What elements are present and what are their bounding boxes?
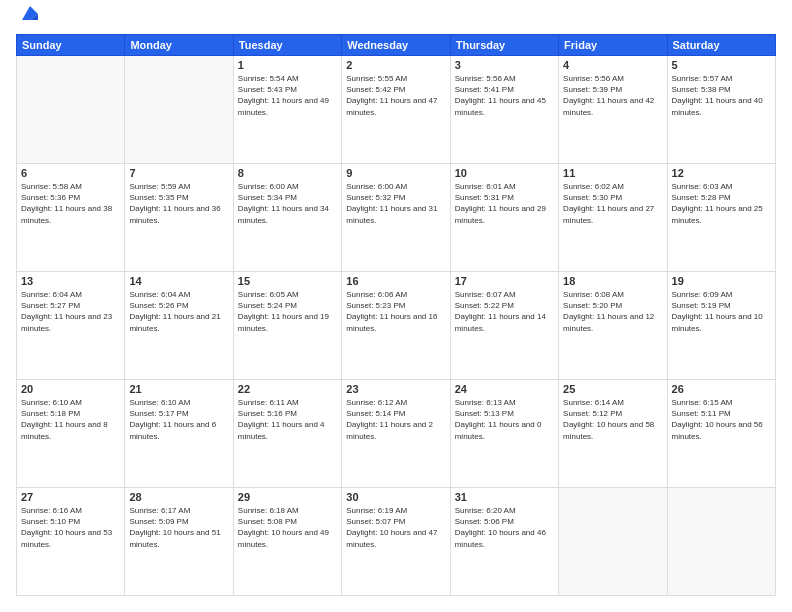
logo-text [16, 16, 40, 24]
day-info: Sunrise: 6:00 AM Sunset: 5:34 PM Dayligh… [238, 181, 337, 226]
day-number: 13 [21, 275, 120, 287]
weekday-header-thursday: Thursday [450, 35, 558, 56]
day-number: 19 [672, 275, 771, 287]
calendar-cell: 20Sunrise: 6:10 AM Sunset: 5:18 PM Dayli… [17, 380, 125, 488]
day-info: Sunrise: 5:56 AM Sunset: 5:41 PM Dayligh… [455, 73, 554, 118]
weekday-header-wednesday: Wednesday [342, 35, 450, 56]
day-number: 16 [346, 275, 445, 287]
weekday-header-monday: Monday [125, 35, 233, 56]
calendar-cell: 16Sunrise: 6:06 AM Sunset: 5:23 PM Dayli… [342, 272, 450, 380]
day-info: Sunrise: 6:19 AM Sunset: 5:07 PM Dayligh… [346, 505, 445, 550]
day-info: Sunrise: 6:13 AM Sunset: 5:13 PM Dayligh… [455, 397, 554, 442]
day-info: Sunrise: 6:07 AM Sunset: 5:22 PM Dayligh… [455, 289, 554, 334]
calendar-cell: 11Sunrise: 6:02 AM Sunset: 5:30 PM Dayli… [559, 164, 667, 272]
day-number: 12 [672, 167, 771, 179]
day-number: 31 [455, 491, 554, 503]
calendar-cell [17, 56, 125, 164]
day-number: 2 [346, 59, 445, 71]
calendar-cell: 18Sunrise: 6:08 AM Sunset: 5:20 PM Dayli… [559, 272, 667, 380]
calendar-cell: 6Sunrise: 5:58 AM Sunset: 5:36 PM Daylig… [17, 164, 125, 272]
weekday-header-sunday: Sunday [17, 35, 125, 56]
calendar-cell [559, 488, 667, 596]
calendar-cell: 5Sunrise: 5:57 AM Sunset: 5:38 PM Daylig… [667, 56, 775, 164]
calendar-cell: 7Sunrise: 5:59 AM Sunset: 5:35 PM Daylig… [125, 164, 233, 272]
day-number: 21 [129, 383, 228, 395]
week-row-2: 6Sunrise: 5:58 AM Sunset: 5:36 PM Daylig… [17, 164, 776, 272]
week-row-5: 27Sunrise: 6:16 AM Sunset: 5:10 PM Dayli… [17, 488, 776, 596]
day-number: 23 [346, 383, 445, 395]
calendar-cell: 8Sunrise: 6:00 AM Sunset: 5:34 PM Daylig… [233, 164, 341, 272]
calendar-cell: 29Sunrise: 6:18 AM Sunset: 5:08 PM Dayli… [233, 488, 341, 596]
day-number: 22 [238, 383, 337, 395]
day-info: Sunrise: 6:11 AM Sunset: 5:16 PM Dayligh… [238, 397, 337, 442]
calendar-cell: 2Sunrise: 5:55 AM Sunset: 5:42 PM Daylig… [342, 56, 450, 164]
calendar-cell: 10Sunrise: 6:01 AM Sunset: 5:31 PM Dayli… [450, 164, 558, 272]
day-info: Sunrise: 6:10 AM Sunset: 5:18 PM Dayligh… [21, 397, 120, 442]
calendar-cell: 3Sunrise: 5:56 AM Sunset: 5:41 PM Daylig… [450, 56, 558, 164]
calendar-cell: 30Sunrise: 6:19 AM Sunset: 5:07 PM Dayli… [342, 488, 450, 596]
page: SundayMondayTuesdayWednesdayThursdayFrid… [0, 0, 792, 612]
calendar-cell: 9Sunrise: 6:00 AM Sunset: 5:32 PM Daylig… [342, 164, 450, 272]
day-number: 4 [563, 59, 662, 71]
day-info: Sunrise: 5:59 AM Sunset: 5:35 PM Dayligh… [129, 181, 228, 226]
day-number: 5 [672, 59, 771, 71]
day-info: Sunrise: 6:00 AM Sunset: 5:32 PM Dayligh… [346, 181, 445, 226]
calendar-cell: 23Sunrise: 6:12 AM Sunset: 5:14 PM Dayli… [342, 380, 450, 488]
logo [16, 16, 40, 24]
week-row-3: 13Sunrise: 6:04 AM Sunset: 5:27 PM Dayli… [17, 272, 776, 380]
day-number: 28 [129, 491, 228, 503]
weekday-header-row: SundayMondayTuesdayWednesdayThursdayFrid… [17, 35, 776, 56]
calendar-cell: 26Sunrise: 6:15 AM Sunset: 5:11 PM Dayli… [667, 380, 775, 488]
day-info: Sunrise: 6:17 AM Sunset: 5:09 PM Dayligh… [129, 505, 228, 550]
day-info: Sunrise: 6:04 AM Sunset: 5:26 PM Dayligh… [129, 289, 228, 334]
day-number: 14 [129, 275, 228, 287]
day-info: Sunrise: 6:02 AM Sunset: 5:30 PM Dayligh… [563, 181, 662, 226]
weekday-header-saturday: Saturday [667, 35, 775, 56]
day-info: Sunrise: 6:09 AM Sunset: 5:19 PM Dayligh… [672, 289, 771, 334]
logo-icon [20, 4, 40, 24]
day-info: Sunrise: 5:57 AM Sunset: 5:38 PM Dayligh… [672, 73, 771, 118]
day-info: Sunrise: 6:14 AM Sunset: 5:12 PM Dayligh… [563, 397, 662, 442]
day-info: Sunrise: 6:18 AM Sunset: 5:08 PM Dayligh… [238, 505, 337, 550]
day-info: Sunrise: 5:55 AM Sunset: 5:42 PM Dayligh… [346, 73, 445, 118]
day-number: 17 [455, 275, 554, 287]
day-info: Sunrise: 6:05 AM Sunset: 5:24 PM Dayligh… [238, 289, 337, 334]
day-number: 10 [455, 167, 554, 179]
day-info: Sunrise: 5:58 AM Sunset: 5:36 PM Dayligh… [21, 181, 120, 226]
day-number: 1 [238, 59, 337, 71]
day-number: 20 [21, 383, 120, 395]
weekday-header-friday: Friday [559, 35, 667, 56]
calendar-cell: 12Sunrise: 6:03 AM Sunset: 5:28 PM Dayli… [667, 164, 775, 272]
calendar-cell: 17Sunrise: 6:07 AM Sunset: 5:22 PM Dayli… [450, 272, 558, 380]
calendar-cell: 15Sunrise: 6:05 AM Sunset: 5:24 PM Dayli… [233, 272, 341, 380]
day-info: Sunrise: 6:04 AM Sunset: 5:27 PM Dayligh… [21, 289, 120, 334]
day-number: 27 [21, 491, 120, 503]
day-info: Sunrise: 6:06 AM Sunset: 5:23 PM Dayligh… [346, 289, 445, 334]
calendar-cell: 14Sunrise: 6:04 AM Sunset: 5:26 PM Dayli… [125, 272, 233, 380]
day-info: Sunrise: 6:08 AM Sunset: 5:20 PM Dayligh… [563, 289, 662, 334]
day-number: 9 [346, 167, 445, 179]
calendar-cell: 24Sunrise: 6:13 AM Sunset: 5:13 PM Dayli… [450, 380, 558, 488]
calendar-cell: 27Sunrise: 6:16 AM Sunset: 5:10 PM Dayli… [17, 488, 125, 596]
calendar-cell: 13Sunrise: 6:04 AM Sunset: 5:27 PM Dayli… [17, 272, 125, 380]
day-number: 29 [238, 491, 337, 503]
calendar-cell: 31Sunrise: 6:20 AM Sunset: 5:06 PM Dayli… [450, 488, 558, 596]
day-info: Sunrise: 6:15 AM Sunset: 5:11 PM Dayligh… [672, 397, 771, 442]
day-number: 30 [346, 491, 445, 503]
day-number: 3 [455, 59, 554, 71]
day-number: 6 [21, 167, 120, 179]
day-number: 24 [455, 383, 554, 395]
calendar-table: SundayMondayTuesdayWednesdayThursdayFrid… [16, 34, 776, 596]
day-number: 18 [563, 275, 662, 287]
day-number: 25 [563, 383, 662, 395]
day-info: Sunrise: 6:12 AM Sunset: 5:14 PM Dayligh… [346, 397, 445, 442]
day-info: Sunrise: 5:54 AM Sunset: 5:43 PM Dayligh… [238, 73, 337, 118]
day-info: Sunrise: 5:56 AM Sunset: 5:39 PM Dayligh… [563, 73, 662, 118]
day-number: 11 [563, 167, 662, 179]
day-number: 15 [238, 275, 337, 287]
day-info: Sunrise: 6:16 AM Sunset: 5:10 PM Dayligh… [21, 505, 120, 550]
calendar-cell: 22Sunrise: 6:11 AM Sunset: 5:16 PM Dayli… [233, 380, 341, 488]
calendar-cell: 28Sunrise: 6:17 AM Sunset: 5:09 PM Dayli… [125, 488, 233, 596]
calendar-cell: 21Sunrise: 6:10 AM Sunset: 5:17 PM Dayli… [125, 380, 233, 488]
day-info: Sunrise: 6:01 AM Sunset: 5:31 PM Dayligh… [455, 181, 554, 226]
